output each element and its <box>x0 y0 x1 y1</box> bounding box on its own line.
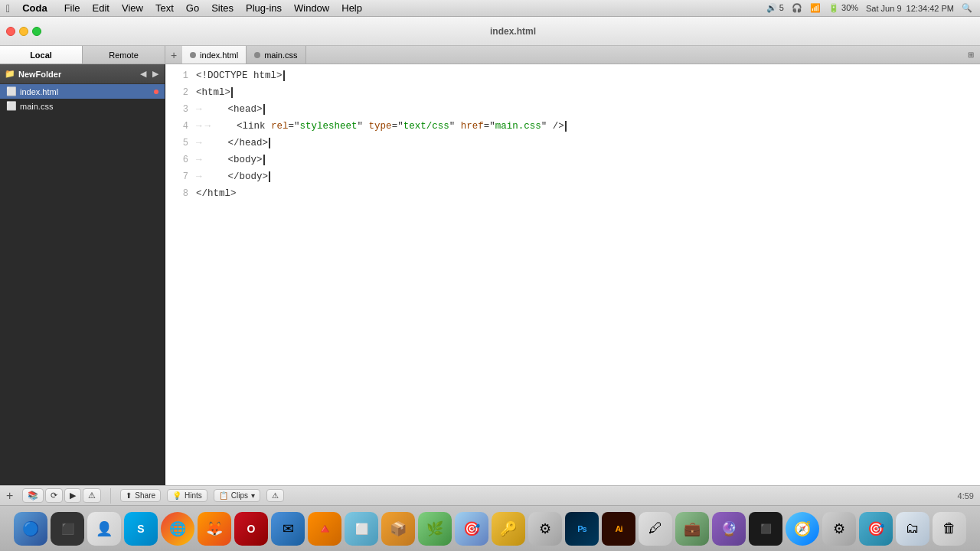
dock-airmail[interactable]: ✉ <box>271 512 305 546</box>
dock-illustrator[interactable]: Ai <box>602 512 635 546</box>
status-reload-button[interactable]: ⟳ <box>45 488 63 503</box>
code-eq-3: =" <box>484 121 495 132</box>
code-text-1: <!DOCTYPE html> <box>196 70 283 81</box>
menu-plugins[interactable]: Plug-ins <box>240 2 288 15</box>
line-num-1: 1 <box>165 67 188 84</box>
code-line-7: → </body> <box>196 168 980 185</box>
code-line-8: </html> <box>196 185 980 202</box>
menu-coda[interactable]: Coda <box>16 2 54 15</box>
menu-file[interactable]: File <box>58 2 87 15</box>
code-text-6: <body> <box>205 155 263 165</box>
sidebar: 📁 NewFolder ◀ ▶ ⬜ index.html ⬜ main.css <box>0 64 165 485</box>
editor-content: 1 2 3 4 5 6 7 8 <!DOCTYPE html> <html> <box>165 64 980 485</box>
clips-label: Clips <box>231 491 248 500</box>
dock-vlc[interactable]: 🔺 <box>308 512 341 546</box>
sidebar-item-index-html[interactable]: ⬜ index.html <box>0 84 165 99</box>
sidebar-item-main-css[interactable]: ⬜ main.css <box>0 99 165 113</box>
dock-photoshop[interactable]: Ps <box>565 512 599 546</box>
html-file-icon: ⬜ <box>6 86 17 96</box>
code-text-3: <head> <box>205 104 263 115</box>
status-btn-group: 📚 ⟳ ▶ ⚠ <box>22 488 101 503</box>
status-preview-button[interactable]: ▶ <box>64 488 81 503</box>
dock-app1[interactable]: ⬜ <box>345 512 378 546</box>
clips-button[interactable]: 📋 Clips ▾ <box>214 489 260 502</box>
main-area: 📁 NewFolder ◀ ▶ ⬜ index.html ⬜ main.css … <box>0 64 980 485</box>
code-line-4: → → <link rel="stylesheet" type="text/cs… <box>196 118 980 135</box>
menu-headphones: 🎧 <box>792 3 802 13</box>
dock-terminal[interactable]: ⬛ <box>749 512 782 546</box>
dock-app4[interactable]: 🎯 <box>455 512 488 546</box>
apple-menu[interactable]:  <box>6 2 10 15</box>
hints-icon: 💡 <box>172 491 181 500</box>
new-tab-button[interactable]: + <box>165 46 182 64</box>
dock-chrome[interactable]: 🌐 <box>161 512 194 546</box>
close-button[interactable] <box>6 27 15 36</box>
tab-local[interactable]: Local <box>0 46 83 64</box>
dock-finder[interactable]: 🔵 <box>14 512 47 546</box>
dock-opera[interactable]: O <box>234 512 268 546</box>
code-content[interactable]: <!DOCTYPE html> <html> → <head> → → <lin… <box>193 64 980 485</box>
menu-help[interactable]: Help <box>335 2 368 15</box>
dock-app5[interactable]: 🔑 <box>492 512 525 546</box>
clips-icon: 📋 <box>219 491 228 500</box>
warning-icon: ⚠ <box>272 491 279 500</box>
code-q-3: " /> <box>541 121 564 132</box>
dock-app9[interactable]: 🔮 <box>712 512 746 546</box>
status-book-button[interactable]: 📚 <box>22 488 44 503</box>
attr-val-maincss: main.css <box>495 121 541 132</box>
share-button[interactable]: ⬆ Share <box>120 489 161 502</box>
hints-label: Hints <box>185 491 202 500</box>
attr-rel: rel <box>271 121 289 132</box>
nav-forward-button[interactable]: ▶ <box>151 69 160 79</box>
dock-launchpad[interactable]: ⬛ <box>51 512 84 546</box>
dock-app6[interactable]: ⚙ <box>528 512 562 546</box>
dock-finder2[interactable]: 🗂 <box>896 512 929 546</box>
status-alert-button[interactable]: ⚠ <box>83 488 101 503</box>
dock-app10[interactable]: 🎯 <box>859 512 893 546</box>
menu-view[interactable]: View <box>116 2 149 15</box>
hints-button[interactable]: 💡 Hints <box>167 489 207 502</box>
css-file-icon: ⬜ <box>6 101 17 111</box>
dock-app7[interactable]: 🖊 <box>639 512 672 546</box>
tab-main-css[interactable]: main.css <box>247 46 305 64</box>
dock-contacts[interactable]: 👤 <box>87 512 121 546</box>
editor-area[interactable]: 1 2 3 4 5 6 7 8 <!DOCTYPE html> <html> <box>165 64 980 485</box>
menu-search[interactable]: 🔍 <box>962 3 972 13</box>
editor-tab-bar: + index.html main.css ⊞ <box>165 46 980 64</box>
menu-window[interactable]: Window <box>288 2 335 15</box>
minimize-button[interactable] <box>19 27 28 36</box>
status-add-button[interactable]: + <box>6 489 13 503</box>
nav-back-button[interactable]: ◀ <box>139 69 148 79</box>
menu-go[interactable]: Go <box>180 2 205 15</box>
code-line-1: <!DOCTYPE html> <box>196 67 980 84</box>
menu-bar-left:  Coda File Edit View Text Go Sites Plug… <box>6 2 368 15</box>
dock-safari[interactable]: 🧭 <box>786 512 819 546</box>
traffic-lights <box>6 27 41 36</box>
line-num-4: 4 <box>165 118 188 135</box>
tab-label-css: main.css <box>264 51 297 60</box>
line-num-7: 7 <box>165 168 188 185</box>
code-text-8: </html> <box>196 188 237 199</box>
sidebar-filename-css: main.css <box>20 102 53 111</box>
code-q-2: " <box>449 121 461 132</box>
dock-app3[interactable]: 🌿 <box>418 512 452 546</box>
dock-skype[interactable]: S <box>124 512 158 546</box>
zoom-button[interactable] <box>32 27 41 36</box>
line-num-8: 8 <box>165 185 188 202</box>
menu-volume: 🔊 5 <box>766 3 784 13</box>
menu-battery: 🔋 30% <box>828 3 858 13</box>
dock-firefox[interactable]: 🦊 <box>198 512 231 546</box>
dock-app8[interactable]: 💼 <box>675 512 709 546</box>
menu-text[interactable]: Text <box>149 2 180 15</box>
menu-sites[interactable]: Sites <box>205 2 240 15</box>
sidebar-filename-index: index.html <box>20 87 58 96</box>
tab-remote[interactable]: Remote <box>83 46 165 64</box>
dock-app2[interactable]: 📦 <box>381 512 415 546</box>
dock-trash[interactable]: 🗑 <box>933 512 966 546</box>
dock-systemprefs[interactable]: ⚙ <box>822 512 856 546</box>
warning-button[interactable]: ⚠ <box>266 489 284 502</box>
menu-edit[interactable]: Edit <box>87 2 116 15</box>
tab-bar: Local Remote + index.html main.css ⊞ <box>0 46 980 64</box>
expand-tabs-button[interactable]: ⊞ <box>965 49 977 61</box>
tab-index-html[interactable]: index.html <box>182 46 247 64</box>
